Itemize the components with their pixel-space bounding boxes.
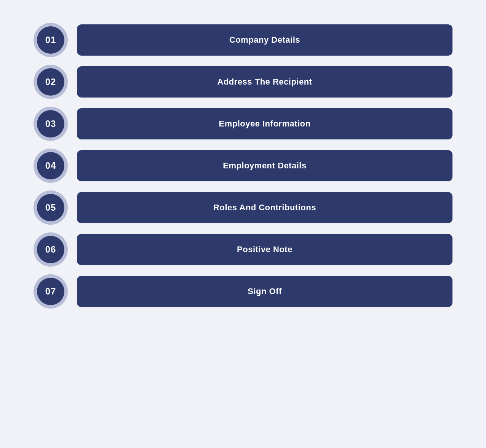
step-row-4: 04 Employment Details	[34, 149, 452, 183]
step-row-2: 02 Address The Recipient	[34, 65, 452, 99]
step-row-5: 05 Roles And Contributions	[34, 190, 452, 225]
step-button-5[interactable]: Roles And Contributions	[77, 192, 452, 223]
step-row-3: 03 Employee Information	[34, 107, 452, 141]
step-button-3[interactable]: Employee Information	[77, 108, 452, 139]
step-button-2[interactable]: Address The Recipient	[77, 66, 452, 98]
step-button-4[interactable]: Employment Details	[77, 150, 452, 181]
step-circle-outer-5: 05	[34, 190, 68, 225]
step-number-2: 02	[45, 77, 56, 87]
step-button-1[interactable]: Company Details	[77, 24, 452, 56]
step-circle-inner-6: 06	[37, 236, 64, 263]
step-button-7[interactable]: Sign Off	[77, 276, 452, 307]
step-number-1: 01	[45, 35, 56, 45]
step-number-4: 04	[45, 160, 56, 171]
step-row-6: 06 Positive Note	[34, 232, 452, 267]
step-circle-inner-1: 01	[37, 26, 64, 54]
step-circle-inner-5: 05	[37, 194, 64, 221]
step-circle-outer-1: 01	[34, 23, 68, 57]
step-number-6: 06	[45, 244, 56, 255]
step-number-3: 03	[45, 118, 56, 129]
step-circle-outer-3: 03	[34, 107, 68, 141]
step-button-6[interactable]: Positive Note	[77, 234, 452, 265]
step-circle-outer-6: 06	[34, 232, 68, 267]
step-number-5: 05	[45, 202, 56, 213]
step-circle-inner-3: 03	[37, 110, 64, 138]
step-row-1: 01 Company Details	[34, 23, 452, 57]
step-circle-inner-4: 04	[37, 152, 64, 179]
step-row-7: 07 Sign Off	[34, 274, 452, 309]
step-circle-inner-7: 07	[37, 278, 64, 305]
step-circle-outer-4: 04	[34, 149, 68, 183]
step-number-7: 07	[45, 286, 56, 297]
steps-list: 01 Company Details 02 Address The Recipi…	[34, 23, 452, 309]
step-circle-outer-2: 02	[34, 65, 68, 99]
step-circle-outer-7: 07	[34, 274, 68, 309]
step-circle-inner-2: 02	[37, 68, 64, 96]
